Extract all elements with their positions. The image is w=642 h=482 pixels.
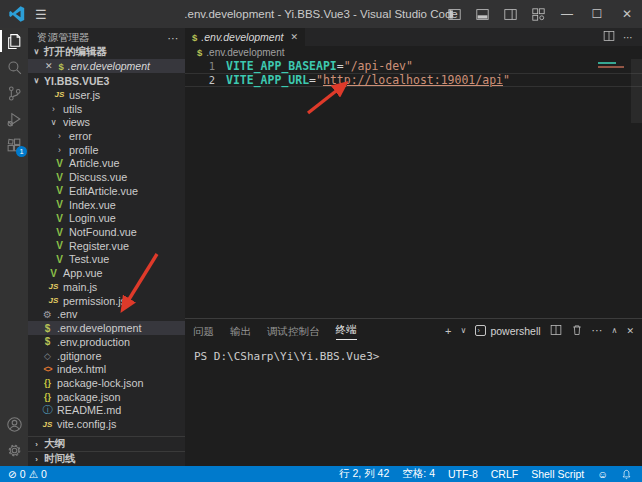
encoding[interactable]: UTF-8 <box>448 468 478 480</box>
minimap[interactable] <box>598 62 628 68</box>
file-row[interactable]: VArticle.vue <box>28 157 185 171</box>
file-row[interactable]: VRegister.vue <box>28 239 185 253</box>
editor-tab-bar: $ .env.development ✕ ⋯ <box>185 28 642 46</box>
panel-more-icon[interactable]: ⋯ <box>592 324 603 337</box>
close-icon[interactable]: ✕ <box>290 32 298 42</box>
language-mode[interactable]: Shell Script <box>531 468 584 480</box>
minimize-icon[interactable]: — <box>552 0 582 28</box>
eol-sequence[interactable]: CRLF <box>491 468 518 480</box>
toggle-panel-icon[interactable] <box>468 0 496 28</box>
customize-layout-icon[interactable] <box>524 0 552 28</box>
vue-icon: V <box>47 268 60 279</box>
env-icon: $ <box>59 61 64 72</box>
open-editor-item[interactable]: ✕ $ .env.development <box>28 59 185 73</box>
vue-icon: V <box>53 185 66 196</box>
chevron-right-icon: › <box>53 145 66 155</box>
vue-icon: V <box>53 213 66 224</box>
file-row[interactable]: JSmain.js <box>28 280 185 294</box>
chevron-right-icon: › <box>32 440 41 449</box>
tab-debug-console[interactable]: 调试控制台 <box>267 323 320 339</box>
json-icon: {} <box>41 392 54 402</box>
env-icon: $ <box>41 323 54 334</box>
indentation[interactable]: 空格: 4 <box>402 467 435 481</box>
vue-icon: V <box>53 199 66 210</box>
chevron-down-icon: ∨ <box>32 47 41 56</box>
file-row[interactable]: JSuser.js <box>28 88 185 102</box>
cursor-position[interactable]: 行 2, 列 42 <box>339 467 389 481</box>
folder-row[interactable]: ›utils <box>28 102 185 116</box>
kill-terminal-icon[interactable] <box>571 322 583 340</box>
split-terminal-icon[interactable] <box>550 322 562 340</box>
problems-status[interactable]: ⊘ 0 ⚠ 0 <box>8 468 47 480</box>
notifications-bell-icon[interactable] <box>621 469 632 480</box>
vue-icon: V <box>53 227 66 238</box>
file-row[interactable]: JSpermission.js <box>28 294 185 308</box>
tab-output[interactable]: 输出 <box>230 323 251 339</box>
new-terminal-icon[interactable]: + <box>445 325 451 337</box>
feedback-icon[interactable]: ☺ <box>597 468 608 480</box>
file-row[interactable]: ⓘREADME.md <box>28 404 185 418</box>
vue-icon: V <box>53 172 66 183</box>
run-debug-icon[interactable] <box>0 106 28 132</box>
settings-gear-icon[interactable] <box>0 437 28 463</box>
tab-problems[interactable]: 问题 <box>193 323 214 339</box>
file-row[interactable]: ⚙.env <box>28 308 185 322</box>
split-editor-icon[interactable] <box>603 28 615 46</box>
minimap-slider[interactable] <box>631 59 642 123</box>
panel-maximize-icon[interactable]: ∧ <box>612 326 618 335</box>
tab-env-development[interactable]: $ .env.development ✕ <box>185 28 305 46</box>
editor-more-icon[interactable]: ⋯ <box>623 32 634 43</box>
file-row[interactable]: {}package-lock.json <box>28 376 185 390</box>
code-editor[interactable]: 1 VITE_APP_BASEAPI="/api-dev" 2 VITE_APP… <box>185 59 642 318</box>
account-icon[interactable] <box>0 411 28 437</box>
vue-icon: V <box>53 158 66 169</box>
close-icon[interactable]: ✕ <box>612 0 642 28</box>
breadcrumb[interactable]: $ .env.development <box>185 46 642 59</box>
env-icon: $ <box>197 47 202 58</box>
menu-hamburger-icon[interactable]: ☰ <box>35 7 47 22</box>
toggle-secondary-sidebar-icon[interactable] <box>496 0 524 28</box>
timeline-section[interactable]: › 时间线 <box>28 451 185 466</box>
folder-row[interactable]: ∨views <box>28 115 185 129</box>
file-row[interactable]: $.env.production <box>28 335 185 349</box>
project-root-header[interactable]: ∨ YI.BBS.VUE3 <box>28 73 185 88</box>
sidebar-more-icon[interactable]: ⋯ <box>168 32 180 44</box>
outline-section[interactable]: › 大纲 <box>28 436 185 451</box>
file-row[interactable]: <>index.html <box>28 362 185 376</box>
line-number: 2 <box>185 74 215 86</box>
source-control-icon[interactable] <box>0 80 28 106</box>
file-row[interactable]: VDiscuss.vue <box>28 170 185 184</box>
file-row[interactable]: {}package.json <box>28 390 185 404</box>
file-row[interactable]: ◇.gitignore <box>28 349 185 363</box>
info-icon: ⓘ <box>41 403 54 417</box>
url-link[interactable]: http://localhost:19001/api <box>323 73 503 87</box>
file-row[interactable]: VNotFound.vue <box>28 225 185 239</box>
extensions-icon[interactable]: 1 <box>0 132 28 158</box>
file-row-selected[interactable]: $.env.development <box>28 321 185 335</box>
warning-icon: ⚠ <box>29 468 38 480</box>
panel-close-icon[interactable]: ✕ <box>626 326 634 336</box>
terminal-instance-powershell[interactable]: › powershell <box>475 325 540 337</box>
open-editors-header[interactable]: ∨ 打开的编辑器 <box>28 44 185 59</box>
close-icon[interactable]: ✕ <box>45 61 53 71</box>
toggle-sidebar-icon[interactable] <box>440 0 468 28</box>
file-row[interactable]: JSvite.config.js <box>28 417 185 431</box>
gear-icon: ⚙ <box>41 309 54 320</box>
terminal-dropdown-icon[interactable]: ∨ <box>461 326 467 335</box>
file-row[interactable]: VApp.vue <box>28 266 185 280</box>
file-row[interactable]: VLogin.vue <box>28 211 185 225</box>
search-icon[interactable] <box>0 54 28 80</box>
folder-row[interactable]: ›profile <box>28 143 185 157</box>
maximize-icon[interactable]: ☐ <box>582 0 612 28</box>
sidebar-title: 资源管理器 <box>37 31 90 45</box>
explorer-icon[interactable] <box>0 28 28 54</box>
file-row[interactable]: VIndex.vue <box>28 198 185 212</box>
tab-terminal[interactable]: 终端 <box>336 321 357 340</box>
file-row[interactable]: VEditArticle.vue <box>28 184 185 198</box>
file-row[interactable]: VTest.vue <box>28 253 185 267</box>
vue-icon: V <box>53 254 66 265</box>
code-line-2-current: 2 VITE_APP_URL="http://localhost:19001/a… <box>185 73 642 87</box>
folder-row[interactable]: ›error <box>28 129 185 143</box>
terminal-content[interactable]: PS D:\CSharp\Yi\Yi.BBS.Vue3> <box>185 342 642 466</box>
git-icon: ◇ <box>41 351 54 361</box>
